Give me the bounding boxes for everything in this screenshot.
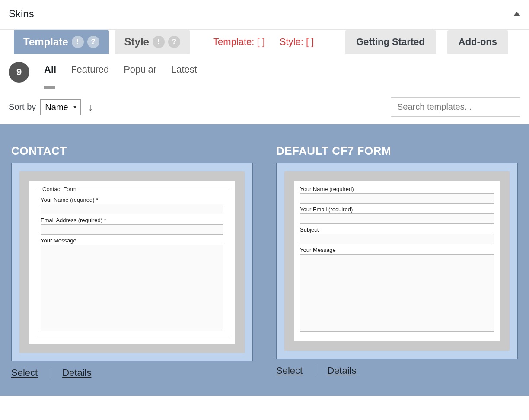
select-link[interactable]: Select: [11, 367, 50, 379]
tab-template[interactable]: Template ! ?: [14, 30, 109, 54]
field-input: [41, 224, 223, 235]
card-inner: Contact Form Your Name (required) * Emai…: [19, 171, 245, 353]
sort-select[interactable]: Name: [40, 99, 81, 115]
tabs-row: Template ! ? Style ! ? Template: [ ] Sty…: [0, 30, 529, 54]
alert-icon[interactable]: !: [72, 36, 84, 48]
content-area: 9 All Featured Popular Latest Sort by Na…: [0, 54, 529, 396]
field-label: Your Name (required) *: [41, 197, 223, 203]
card-title: DEFAULT CF7 FORM: [276, 144, 518, 158]
status-style: Style: [ ]: [280, 36, 314, 48]
cards-grid: CONTACT Contact Form Your Name (required…: [0, 124, 529, 379]
card-frame[interactable]: Contact Form Your Name (required) * Emai…: [11, 163, 253, 361]
card-default-cf7: DEFAULT CF7 FORM Your Name (required) Yo…: [276, 144, 518, 379]
filter-featured[interactable]: Featured: [71, 64, 109, 80]
getting-started-button[interactable]: Getting Started: [345, 30, 436, 54]
field-label: Email Address (required) *: [41, 217, 223, 223]
select-link[interactable]: Select: [276, 365, 315, 376]
filter-row: 9 All Featured Popular Latest: [9, 62, 520, 83]
tab-style-label: Style: [124, 36, 149, 48]
tab-template-label: Template: [23, 36, 68, 48]
card-inner: Your Name (required) Your Email (require…: [284, 171, 510, 351]
field-input: [41, 204, 223, 214]
field-textarea: [41, 245, 223, 331]
field-label: Your Email (required): [300, 206, 494, 213]
sort-label: Sort by: [9, 102, 36, 112]
help-icon[interactable]: ?: [168, 36, 180, 48]
field-textarea: [300, 254, 494, 332]
alert-icon[interactable]: !: [153, 36, 165, 48]
filter-popular[interactable]: Popular: [124, 64, 156, 80]
filter-all[interactable]: All: [44, 64, 56, 80]
field-input: [300, 193, 494, 204]
filter-panel: 9 All Featured Popular Latest Sort by Na…: [0, 54, 529, 124]
field-label: Your Name (required): [300, 186, 494, 192]
card-title: CONTACT: [11, 144, 253, 158]
form-preview: Your Name (required) Your Email (require…: [294, 181, 500, 341]
sort-row: Sort by Name ↓: [9, 97, 520, 117]
card-contact: CONTACT Contact Form Your Name (required…: [11, 144, 253, 379]
sort-direction-icon[interactable]: ↓: [88, 101, 93, 113]
panel-title: Skins: [9, 8, 34, 20]
field-input: [300, 234, 494, 244]
status-template: Template: [ ]: [213, 36, 265, 48]
search-input[interactable]: [391, 97, 520, 117]
field-input: [300, 213, 494, 224]
field-label: Subject: [300, 226, 494, 233]
collapse-icon[interactable]: [513, 12, 520, 16]
form-preview: Contact Form Your Name (required) * Emai…: [29, 181, 235, 344]
details-link[interactable]: Details: [315, 365, 368, 376]
panel-header: Skins: [0, 0, 529, 30]
card-frame[interactable]: Your Name (required) Your Email (require…: [276, 163, 518, 359]
field-label: Your Message: [300, 247, 494, 253]
card-actions: Select Details: [11, 367, 253, 379]
filter-latest[interactable]: Latest: [171, 64, 197, 80]
tab-style[interactable]: Style ! ?: [115, 30, 190, 54]
count-badge: 9: [9, 62, 29, 83]
field-label: Your Message: [41, 237, 223, 244]
form-legend: Contact Form: [41, 186, 78, 192]
details-link[interactable]: Details: [50, 367, 103, 379]
addons-button[interactable]: Add-ons: [447, 30, 508, 54]
help-icon[interactable]: ?: [87, 36, 99, 48]
card-actions: Select Details: [276, 365, 518, 376]
